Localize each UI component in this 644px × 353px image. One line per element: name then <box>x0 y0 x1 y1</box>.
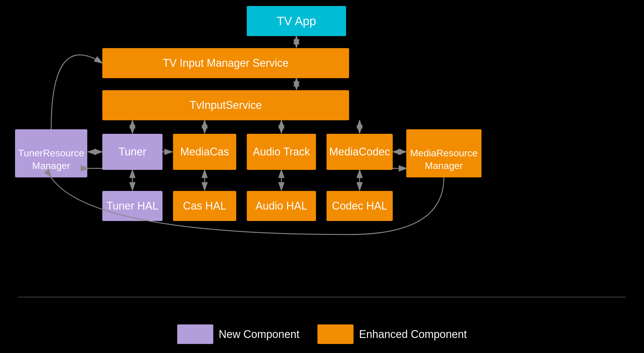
tv-input-manager-block: TV Input Manager Service <box>102 48 349 78</box>
enhanced-component-box <box>317 324 354 344</box>
media-codec-block: MediaCodec <box>327 134 393 170</box>
audio-hal-block: Audio HAL <box>247 191 316 221</box>
enhanced-component-label: Enhanced Component <box>359 328 467 341</box>
tuner-hal-block: Tuner HAL <box>102 191 163 221</box>
new-component-legend: New Component <box>177 324 299 344</box>
legend-area: New Component Enhanced Component <box>177 324 467 344</box>
tv-app-block: TV App <box>247 6 346 36</box>
media-cas-block: MediaCas <box>173 134 236 170</box>
legend-divider <box>18 297 626 297</box>
media-resource-manager-block: MediaResource Manager <box>406 129 481 177</box>
tuner-block: Tuner <box>102 134 163 170</box>
diagram-container: TV App TV Input Manager Service TvInputS… <box>0 0 644 353</box>
new-component-label: New Component <box>219 328 299 341</box>
enhanced-component-legend: Enhanced Component <box>317 324 467 344</box>
audio-track-block: Audio Track <box>247 134 316 170</box>
codec-hal-block: Codec HAL <box>327 191 393 221</box>
tv-input-service-block: TvInputService <box>102 90 349 120</box>
tuner-resource-manager-block: TunerResource Manager <box>15 129 87 177</box>
cas-hal-block: Cas HAL <box>173 191 236 221</box>
new-component-box <box>177 324 213 344</box>
